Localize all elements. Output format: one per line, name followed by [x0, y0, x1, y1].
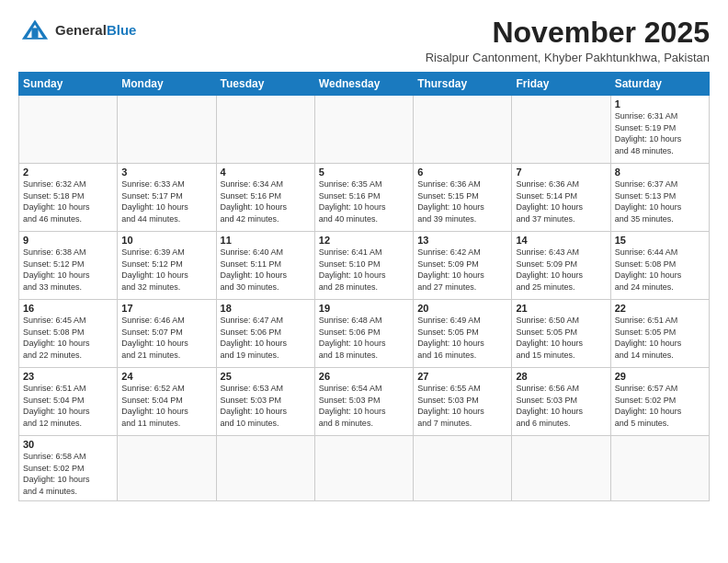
calendar-cell: [216, 96, 314, 164]
day-info: Sunrise: 6:48 AM Sunset: 5:06 PM Dayligh…: [319, 315, 409, 361]
calendar-cell: [118, 436, 216, 500]
calendar-cell: 7Sunrise: 6:36 AM Sunset: 5:14 PM Daylig…: [512, 164, 610, 232]
day-info: Sunrise: 6:39 AM Sunset: 5:12 PM Dayligh…: [121, 247, 211, 293]
calendar-cell: 21Sunrise: 6:50 AM Sunset: 5:05 PM Dayli…: [512, 300, 610, 368]
day-number: 11: [221, 235, 311, 246]
calendar-cell: [414, 96, 512, 164]
day-number: 24: [121, 371, 211, 382]
day-number: 16: [23, 303, 113, 314]
day-number: 12: [319, 235, 409, 246]
calendar-cell: 27Sunrise: 6:55 AM Sunset: 5:03 PM Dayli…: [414, 368, 512, 436]
day-info: Sunrise: 6:51 AM Sunset: 5:04 PM Dayligh…: [23, 383, 113, 429]
calendar-cell: [118, 96, 216, 164]
day-info: Sunrise: 6:40 AM Sunset: 5:11 PM Dayligh…: [221, 247, 311, 293]
day-info: Sunrise: 6:56 AM Sunset: 5:03 PM Dayligh…: [516, 383, 606, 429]
day-number: 27: [417, 371, 507, 382]
calendar-cell: [512, 436, 610, 500]
calendar-cell: 26Sunrise: 6:54 AM Sunset: 5:03 PM Dayli…: [314, 368, 413, 436]
calendar-cell: 16Sunrise: 6:45 AM Sunset: 5:08 PM Dayli…: [19, 300, 118, 368]
calendar-cell: [512, 96, 610, 164]
calendar-cell: [314, 436, 413, 500]
calendar-cell: 19Sunrise: 6:48 AM Sunset: 5:06 PM Dayli…: [314, 300, 413, 368]
header: GeneralBlue November 2025 Risalpur Canto…: [18, 17, 710, 64]
calendar-cell: 17Sunrise: 6:46 AM Sunset: 5:07 PM Dayli…: [118, 300, 216, 368]
calendar-cell: [610, 436, 709, 500]
weekday-header-row: Sunday Monday Tuesday Wednesday Thursday…: [19, 73, 710, 96]
day-number: 8: [615, 167, 705, 178]
day-number: 20: [417, 303, 507, 314]
page: GeneralBlue November 2025 Risalpur Canto…: [0, 0, 728, 511]
calendar-cell: 15Sunrise: 6:44 AM Sunset: 5:08 PM Dayli…: [610, 232, 709, 300]
day-number: 30: [23, 439, 113, 450]
day-number: 21: [516, 303, 606, 314]
day-info: Sunrise: 6:33 AM Sunset: 5:17 PM Dayligh…: [121, 178, 211, 224]
day-number: 3: [121, 167, 211, 178]
calendar-cell: 5Sunrise: 6:35 AM Sunset: 5:16 PM Daylig…: [314, 164, 413, 232]
header-friday: Friday: [512, 73, 610, 96]
day-info: Sunrise: 6:57 AM Sunset: 5:02 PM Dayligh…: [615, 383, 705, 429]
calendar-cell: 1Sunrise: 6:31 AM Sunset: 5:19 PM Daylig…: [610, 96, 709, 164]
calendar-week-row: 30Sunrise: 6:58 AM Sunset: 5:02 PM Dayli…: [19, 436, 710, 500]
day-info: Sunrise: 6:41 AM Sunset: 5:10 PM Dayligh…: [319, 247, 409, 293]
title-block: November 2025 Risalpur Cantonment, Khybe…: [426, 17, 710, 64]
header-thursday: Thursday: [414, 73, 512, 96]
day-info: Sunrise: 6:47 AM Sunset: 5:06 PM Dayligh…: [221, 315, 311, 361]
day-info: Sunrise: 6:45 AM Sunset: 5:08 PM Dayligh…: [23, 315, 113, 361]
day-info: Sunrise: 6:38 AM Sunset: 5:12 PM Dayligh…: [23, 247, 113, 293]
calendar-cell: 30Sunrise: 6:58 AM Sunset: 5:02 PM Dayli…: [19, 436, 118, 500]
svg-rect-3: [31, 28, 38, 38]
header-sunday: Sunday: [19, 73, 118, 96]
logo-text: GeneralBlue: [55, 22, 136, 39]
day-info: Sunrise: 6:55 AM Sunset: 5:03 PM Dayligh…: [417, 383, 507, 429]
calendar-cell: 29Sunrise: 6:57 AM Sunset: 5:02 PM Dayli…: [610, 368, 709, 436]
day-number: 18: [221, 303, 311, 314]
day-info: Sunrise: 6:35 AM Sunset: 5:16 PM Dayligh…: [319, 178, 409, 224]
day-number: 6: [417, 167, 507, 178]
day-number: 15: [615, 235, 705, 246]
day-info: Sunrise: 6:43 AM Sunset: 5:09 PM Dayligh…: [516, 247, 606, 293]
calendar-cell: 3Sunrise: 6:33 AM Sunset: 5:17 PM Daylig…: [118, 164, 216, 232]
calendar-table: Sunday Monday Tuesday Wednesday Thursday…: [18, 72, 710, 500]
calendar-week-row: 1Sunrise: 6:31 AM Sunset: 5:19 PM Daylig…: [19, 96, 710, 164]
calendar-cell: 4Sunrise: 6:34 AM Sunset: 5:16 PM Daylig…: [216, 164, 314, 232]
calendar-cell: 2Sunrise: 6:32 AM Sunset: 5:18 PM Daylig…: [19, 164, 118, 232]
calendar-week-row: 9Sunrise: 6:38 AM Sunset: 5:12 PM Daylig…: [19, 232, 710, 300]
calendar-cell: 23Sunrise: 6:51 AM Sunset: 5:04 PM Dayli…: [19, 368, 118, 436]
day-info: Sunrise: 6:36 AM Sunset: 5:14 PM Dayligh…: [516, 178, 606, 224]
logo-icon: [18, 17, 51, 44]
calendar-week-row: 23Sunrise: 6:51 AM Sunset: 5:04 PM Dayli…: [19, 368, 710, 436]
calendar-cell: 13Sunrise: 6:42 AM Sunset: 5:09 PM Dayli…: [414, 232, 512, 300]
day-info: Sunrise: 6:32 AM Sunset: 5:18 PM Dayligh…: [23, 178, 113, 224]
calendar-cell: 22Sunrise: 6:51 AM Sunset: 5:05 PM Dayli…: [610, 300, 709, 368]
header-monday: Monday: [118, 73, 216, 96]
day-info: Sunrise: 6:51 AM Sunset: 5:05 PM Dayligh…: [615, 315, 705, 361]
day-number: 4: [221, 167, 311, 178]
day-info: Sunrise: 6:46 AM Sunset: 5:07 PM Dayligh…: [121, 315, 211, 361]
calendar-cell: 12Sunrise: 6:41 AM Sunset: 5:10 PM Dayli…: [314, 232, 413, 300]
day-number: 22: [615, 303, 705, 314]
day-info: Sunrise: 6:53 AM Sunset: 5:03 PM Dayligh…: [221, 383, 311, 429]
header-tuesday: Tuesday: [216, 73, 314, 96]
day-number: 9: [23, 235, 113, 246]
header-wednesday: Wednesday: [314, 73, 413, 96]
day-number: 5: [319, 167, 409, 178]
calendar-cell: [216, 436, 314, 500]
day-info: Sunrise: 6:31 AM Sunset: 5:19 PM Dayligh…: [615, 110, 705, 156]
day-number: 1: [615, 98, 705, 109]
day-number: 10: [121, 235, 211, 246]
calendar-cell: 24Sunrise: 6:52 AM Sunset: 5:04 PM Dayli…: [118, 368, 216, 436]
calendar-cell: 9Sunrise: 6:38 AM Sunset: 5:12 PM Daylig…: [19, 232, 118, 300]
day-number: 14: [516, 235, 606, 246]
calendar-cell: 25Sunrise: 6:53 AM Sunset: 5:03 PM Dayli…: [216, 368, 314, 436]
subtitle: Risalpur Cantonment, Khyber Pakhtunkhwa,…: [426, 51, 710, 64]
day-info: Sunrise: 6:36 AM Sunset: 5:15 PM Dayligh…: [417, 178, 507, 224]
day-info: Sunrise: 6:44 AM Sunset: 5:08 PM Dayligh…: [615, 247, 705, 293]
day-info: Sunrise: 6:37 AM Sunset: 5:13 PM Dayligh…: [615, 178, 705, 224]
calendar-cell: 8Sunrise: 6:37 AM Sunset: 5:13 PM Daylig…: [610, 164, 709, 232]
calendar-cell: [414, 436, 512, 500]
day-number: 2: [23, 167, 113, 178]
calendar-cell: [314, 96, 413, 164]
day-info: Sunrise: 6:49 AM Sunset: 5:05 PM Dayligh…: [417, 315, 507, 361]
day-number: 23: [23, 371, 113, 382]
calendar-cell: [19, 96, 118, 164]
